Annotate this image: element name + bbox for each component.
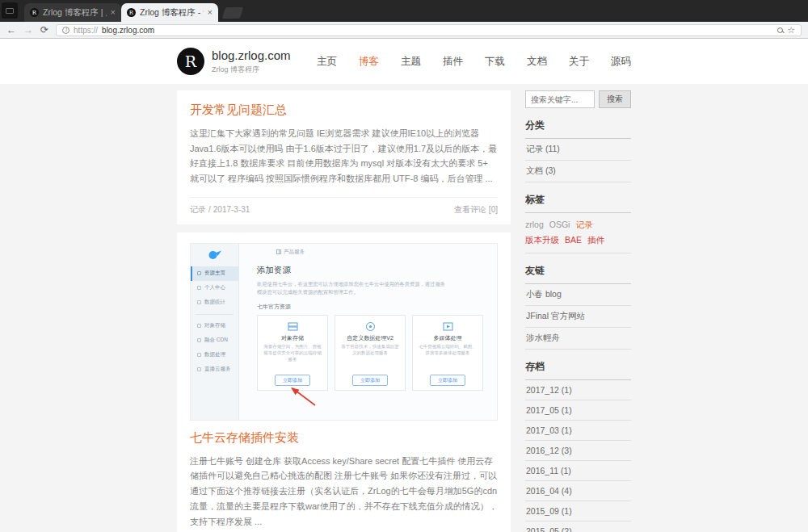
archive-item[interactable]: 2016_04 (4) (525, 481, 631, 501)
tag-item[interactable]: 插件 (587, 235, 604, 246)
search-input[interactable] (525, 90, 595, 108)
friend-link-item[interactable]: 涉水輕舟 (525, 328, 631, 350)
search-button[interactable]: 搜索 (599, 90, 631, 108)
back-icon[interactable]: ← (6, 25, 16, 35)
qiniu-console-main: 产品服务 添加资源 欢迎使用七牛云，在这里您可以方便地添加您在七牛云中使用的各类… (239, 244, 497, 420)
search-icon[interactable] (777, 27, 783, 33)
nav-item-about[interactable]: 关于 (569, 55, 589, 69)
bookmark-star-icon[interactable]: ☆ (787, 26, 795, 35)
tab-title: Zrlog 博客程序 | 后... (43, 7, 107, 19)
qiniu-menu-item: 直播云服务 (191, 362, 238, 377)
tag-item[interactable]: zrlog (525, 220, 544, 231)
friend-link-item[interactable]: JFinal 官方网站 (525, 306, 631, 328)
sidebar-search: 搜索 (525, 90, 631, 108)
tag-item[interactable]: 版本升级 (525, 235, 559, 246)
sidebar: 搜索 分类 记录 (11) 文档 (3) 标签 zrlog OSGi 记录 版本… (525, 90, 631, 532)
archive-item[interactable]: 2015_09 (1) (525, 501, 631, 522)
article-date: 2017-3-31 (213, 205, 250, 214)
archive-item[interactable]: 2016_12 (3) (525, 441, 631, 461)
site-subtitle: Zrlog 博客程序 (212, 65, 291, 75)
archive-item[interactable]: 2017_03 (1) (525, 421, 631, 441)
qiniu-logo-icon (191, 249, 238, 260)
tag-item[interactable]: 记录 (575, 220, 592, 231)
category-item[interactable]: 文档 (3) (525, 161, 631, 182)
qiniu-card-data-processing: 自定义数据处理V2 基于容器技术，快速集成自定义的数据处理服务 立即添加 (335, 315, 406, 391)
os-app-icon[interactable] (2, 2, 18, 19)
browser-toolbar: ← → ⟳ i https://blog.zrlog.com ☆ (0, 22, 808, 39)
view-comments-link[interactable]: 查看评论 [0] (454, 204, 498, 216)
browser-tab-background[interactable]: R Zrlog 博客程序 | 后... × (24, 3, 121, 22)
forward-icon[interactable]: → (23, 25, 33, 35)
article-list: 开发常见问题汇总 这里汇集下大家遇到的常见问题 IE浏览器需求 建议使用IE10… (177, 90, 511, 532)
browser-window: R Zrlog 博客程序 | 后... × R Zrlog 博客程序 - 记..… (0, 0, 808, 532)
nav-item-docs[interactable]: 文档 (527, 55, 547, 69)
menu-bullet-icon (197, 367, 201, 371)
new-tab-button[interactable] (222, 7, 244, 19)
article-card: 开发常见问题汇总 这里汇集下大家遇到的常见问题 IE浏览器需求 建议使用IE10… (177, 90, 511, 224)
qiniu-card-object-storage: 对象存储 海量存储空间，为图片、音视频等提供安全可靠的云端存储服务 立即添加 (257, 315, 328, 391)
site-titles: blog.zrlog.com Zrlog 博客程序 (212, 48, 291, 75)
archive-item[interactable]: 2015_05 (2) (525, 522, 631, 532)
reload-icon[interactable]: ⟳ (40, 25, 48, 35)
sidebar-section-categories: 分类 记录 (11) 文档 (3) (525, 119, 631, 182)
tag-item[interactable]: BAE (565, 235, 582, 246)
window-glyph-icon (6, 8, 14, 14)
qiniu-description: 欢迎使用七牛云，在这里您可以方便地添加您在七牛云中使用的各类资源，通过服务模块您… (257, 280, 447, 296)
menu-divider (196, 314, 234, 315)
qiniu-menu-item: 对象存储 (191, 319, 238, 333)
card-title: 自定义数据处理V2 (347, 334, 393, 342)
article-title-link[interactable]: 开发常见问题汇总 (190, 103, 498, 118)
qiniu-menu-item: 数据统计 (191, 295, 238, 310)
menu-bullet-icon (197, 338, 201, 342)
tag-cloud: zrlog OSGi 记录 版本升级 BAE 插件 (525, 213, 631, 253)
address-bar[interactable]: i https://blog.zrlog.com ☆ (56, 24, 802, 36)
qiniu-resource-cards: 对象存储 海量存储空间，为图片、音视频等提供安全可靠的云端存储服务 立即添加 自… (257, 315, 489, 391)
sidebar-section-links: 友链 小春 blog JFinal 官方网站 涉水輕舟 (525, 264, 631, 350)
url-scheme: https:// (74, 26, 98, 35)
browser-titlebar: R Zrlog 博客程序 | 后... × R Zrlog 博客程序 - 记..… (0, 0, 808, 22)
nav-item-source[interactable]: 源码 (611, 55, 631, 69)
card-desc: 海量存储空间，为图片、音视频等提供安全可靠的云端存储服务 (262, 344, 323, 364)
menu-bullet-icon (197, 286, 201, 290)
card-desc: 七牛音视频云端转码、截图、拼接等多媒体处理服务 (417, 344, 478, 364)
media-icon (443, 321, 453, 332)
grid-icon (276, 249, 281, 254)
page-info-icon[interactable]: i (62, 27, 69, 34)
sidebar-section-tags: 标签 zrlog OSGi 记录 版本升级 BAE 插件 (525, 193, 631, 253)
url-host: blog.zrlog.com (102, 26, 154, 35)
tab-close-icon[interactable]: × (208, 8, 213, 17)
tag-item[interactable]: OSGi (549, 220, 570, 231)
tab-close-icon[interactable]: × (111, 8, 116, 17)
section-title: 友链 (525, 264, 631, 284)
nav-item-download[interactable]: 下载 (485, 55, 505, 69)
archive-item[interactable]: 2017_05 (1) (525, 400, 631, 421)
nav-item-blog[interactable]: 博客 (359, 55, 379, 69)
nav-item-home[interactable]: 主页 (317, 55, 337, 69)
archive-item[interactable]: 2016_11 (1) (525, 461, 631, 481)
nav-item-plugins[interactable]: 插件 (443, 55, 463, 69)
article-meta: 记录/2017-3-31 (190, 204, 252, 216)
site-header: R blog.zrlog.com Zrlog 博客程序 主页 博客 主题 插件 … (0, 39, 808, 84)
category-link[interactable]: 记录 (190, 205, 206, 214)
qiniu-menu-item: 数据处理 (191, 348, 238, 362)
card-desc: 基于容器技术，快速集成自定义的数据处理服务 (339, 344, 401, 364)
friend-link-item[interactable]: 小春 blog (525, 284, 631, 306)
site-title[interactable]: blog.zrlog.com (212, 48, 291, 62)
article-title-link[interactable]: 七牛云存储插件安装 (190, 430, 498, 446)
add-now-button: 立即添加 (352, 375, 388, 386)
category-item[interactable]: 记录 (11) (525, 139, 631, 161)
data-process-icon (365, 321, 376, 332)
webpage: R blog.zrlog.com Zrlog 博客程序 主页 博客 主题 插件 … (0, 39, 808, 532)
article-card: 资源主页 个人中心 数据统计 对象存储 融合 CDN 数据处理 直播云服务 产品… (177, 232, 511, 532)
site-logo[interactable]: R (177, 48, 204, 75)
browser-tab-active[interactable]: R Zrlog 博客程序 - 记... × (121, 3, 218, 22)
article-excerpt: 注册七牛账号 创建仓库 获取Access key/Share secret 配置… (190, 454, 498, 529)
menu-bullet-icon (197, 300, 201, 304)
article-footer: 记录/2017-3-31 查看评论 [0] (190, 197, 498, 216)
nav-item-themes[interactable]: 主题 (401, 55, 421, 69)
archive-item[interactable]: 2017_12 (1) (525, 380, 631, 400)
red-arrow-annotation-icon (281, 381, 318, 408)
card-title: 对象存储 (281, 334, 304, 342)
section-title: 标签 (525, 193, 631, 213)
section-title: 存档 (525, 360, 631, 380)
